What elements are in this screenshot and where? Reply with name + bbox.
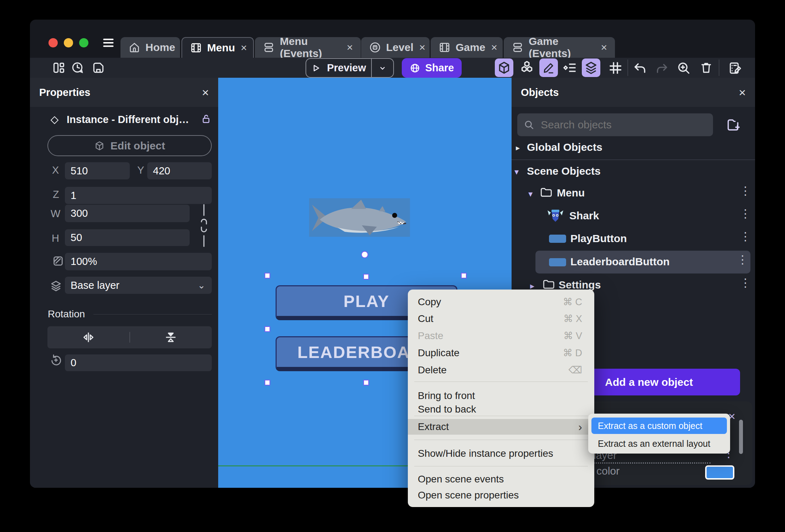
grid-icon[interactable] xyxy=(608,60,623,76)
kebab-menu-icon[interactable]: ⋮ xyxy=(740,186,751,195)
flip-horizontal-button[interactable] xyxy=(47,330,129,344)
objects-list-icon[interactable] xyxy=(519,60,535,76)
kebab-menu-icon[interactable]: ⋮ xyxy=(740,209,751,218)
close-icon[interactable]: × xyxy=(241,42,247,54)
tab-game-events[interactable]: Game (Events) × xyxy=(504,37,615,58)
preview-options-button[interactable] xyxy=(371,59,393,77)
link-dimensions-icon[interactable] xyxy=(197,203,211,248)
preview-button[interactable]: Preview xyxy=(306,59,371,77)
scrollbar-thumb[interactable] xyxy=(739,420,743,454)
selection-handle-bottom-left[interactable] xyxy=(265,380,270,385)
menu-item-send-to-back[interactable]: Send to back xyxy=(418,402,476,416)
toolbar-divider xyxy=(719,60,719,76)
y-input[interactable] xyxy=(147,162,212,179)
h-input[interactable] xyxy=(65,229,190,246)
context-menu: Copy ⌘ C Cut ⌘ X Paste ⌘ V Duplicate ⌘ D… xyxy=(408,290,594,507)
menu-item-copy[interactable]: Copy xyxy=(418,295,441,309)
selection-handle-top-middle[interactable] xyxy=(363,274,369,280)
submenu-item-extract-custom-object[interactable]: Extract as a custom object xyxy=(591,418,727,434)
traffic-light-zoom[interactable] xyxy=(79,38,88,47)
rotation-handle[interactable] xyxy=(361,251,368,258)
global-objects-label[interactable]: Global Objects xyxy=(527,141,602,153)
search-input[interactable] xyxy=(540,118,707,131)
zoom-icon[interactable] xyxy=(677,61,691,75)
z-input[interactable] xyxy=(65,187,212,204)
instances-list-icon[interactable] xyxy=(563,60,578,76)
save-icon[interactable] xyxy=(92,61,105,75)
panels-layout-icon[interactable] xyxy=(52,61,66,75)
tab-home[interactable]: Home xyxy=(120,37,180,58)
flip-vertical-button[interactable] xyxy=(130,330,212,344)
kebab-menu-icon[interactable]: ⋮ xyxy=(737,255,748,264)
close-icon[interactable]: × xyxy=(491,41,497,53)
add-folder-icon[interactable] xyxy=(725,116,742,133)
trash-icon[interactable] xyxy=(699,61,713,75)
search-box[interactable] xyxy=(517,113,713,136)
layer-select[interactable]: Base layer ⌄ xyxy=(65,277,212,294)
menu-item-delete[interactable]: Delete xyxy=(418,363,447,377)
opacity-input[interactable] xyxy=(65,253,212,270)
tree-item-menu[interactable]: Menu xyxy=(557,187,585,199)
toolbar-divider xyxy=(627,60,628,76)
menu-item-bring-to-front[interactable]: Bring to front xyxy=(418,389,475,403)
close-icon[interactable]: × xyxy=(419,41,426,53)
kebab-menu-icon[interactable]: ⋮ xyxy=(740,232,751,241)
shark-sprite[interactable] xyxy=(309,198,410,237)
hamburger-menu-icon[interactable] xyxy=(101,36,116,50)
menu-divider xyxy=(414,416,588,416)
lock-open-icon[interactable] xyxy=(200,113,212,124)
close-icon[interactable]: × xyxy=(347,41,353,53)
traffic-light-minimize[interactable] xyxy=(64,38,73,47)
share-button[interactable]: Share xyxy=(402,58,462,78)
edit-object-mode-button[interactable] xyxy=(495,58,513,77)
chevron-right-icon[interactable]: ▸ xyxy=(516,143,520,153)
chevron-down-icon: ⌄ xyxy=(197,280,205,291)
menu-item-paste: Paste xyxy=(418,329,443,343)
tree-item-shark[interactable]: Shark xyxy=(569,210,599,222)
menu-divider xyxy=(414,440,588,440)
rotation-input[interactable] xyxy=(65,354,212,371)
undo-icon[interactable] xyxy=(633,61,647,75)
history-icon[interactable] xyxy=(71,61,84,75)
w-input[interactable] xyxy=(65,205,190,222)
layers-icon[interactable] xyxy=(582,58,600,77)
menu-item-extract[interactable]: Extract xyxy=(418,420,449,434)
edit-object-button[interactable]: Edit object xyxy=(47,135,212,156)
chevron-down-icon xyxy=(378,64,387,72)
selection-handle-top-right[interactable] xyxy=(461,273,467,278)
x-input[interactable] xyxy=(65,162,130,179)
tree-item-playbutton[interactable]: PlayButton xyxy=(570,232,627,245)
menu-item-duplicate[interactable]: Duplicate xyxy=(418,346,460,360)
chevron-down-icon[interactable]: ▾ xyxy=(514,167,519,177)
color-swatch[interactable] xyxy=(705,465,734,480)
selection-handle-bottom-middle[interactable] xyxy=(363,380,369,385)
menu-shortcut: ⌘ C xyxy=(563,295,582,309)
close-icon[interactable]: × xyxy=(601,41,607,53)
close-icon[interactable]: × xyxy=(202,86,209,98)
scene-objects-label[interactable]: Scene Objects xyxy=(527,165,601,177)
selection-handle-top-left[interactable] xyxy=(265,273,270,278)
menu-item-show-hide-instance-properties[interactable]: Show/Hide instance properties xyxy=(418,446,553,461)
selection-handle-left-middle[interactable] xyxy=(265,326,270,332)
tab-menu[interactable]: Menu × xyxy=(181,37,254,58)
menu-divider xyxy=(414,382,588,382)
menu-item-cut[interactable]: Cut xyxy=(418,312,433,326)
close-icon[interactable]: × xyxy=(739,86,746,98)
menu-item-open-scene-properties[interactable]: Open scene properties xyxy=(418,488,519,502)
redo-icon[interactable] xyxy=(655,62,669,75)
menu-item-open-scene-events[interactable]: Open scene events xyxy=(418,472,504,486)
edit-events-icon[interactable] xyxy=(728,61,742,75)
submenu-item-extract-external-layout[interactable]: Extract as an external layout xyxy=(598,436,710,451)
tab-game[interactable]: Game × xyxy=(431,37,503,58)
tree-item-leaderboardbutton[interactable]: LeaderboardButton xyxy=(570,256,669,268)
tab-level[interactable]: Level × xyxy=(361,37,430,58)
tree-item-settings[interactable]: Settings xyxy=(559,279,601,291)
pencil-edit-icon[interactable] xyxy=(539,58,558,77)
kebab-menu-icon[interactable]: ⋮ xyxy=(740,278,751,287)
tab-label: Game (Events) xyxy=(529,35,595,60)
chevron-down-icon[interactable]: ▾ xyxy=(528,189,533,199)
preview-split-button: Preview xyxy=(306,58,394,78)
add-new-object-button[interactable]: + Add a new object xyxy=(570,369,740,395)
tab-menu-events[interactable]: Menu (Events) × xyxy=(255,37,361,58)
traffic-light-close[interactable] xyxy=(48,38,58,47)
